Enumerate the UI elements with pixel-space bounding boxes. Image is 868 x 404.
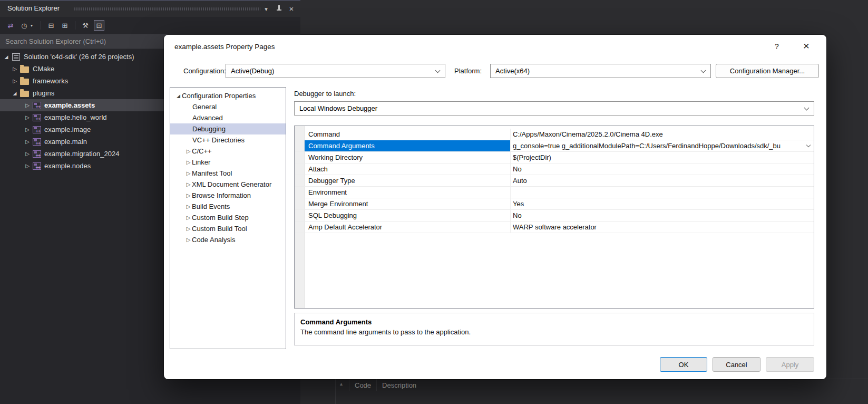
chevron-collapsed-icon[interactable] — [185, 226, 192, 232]
chevron-collapsed-icon[interactable] — [185, 148, 192, 154]
tree-item-xml-document-generator[interactable]: XML Document Generator — [170, 179, 286, 190]
value-dropdown-button[interactable] — [804, 141, 813, 151]
configuration-manager-button[interactable]: Configuration Manager... — [716, 64, 819, 78]
collapse-all-icon[interactable]: ⊟ — [46, 20, 56, 31]
property-name[interactable]: Command — [305, 129, 511, 140]
folder-icon — [20, 66, 29, 73]
tree-item-build-events[interactable]: Build Events — [170, 201, 286, 212]
tree-item-debugging[interactable]: Debugging — [170, 123, 286, 134]
configuration-dropdown[interactable]: Active(Debug) — [226, 64, 445, 78]
window-position-chevron-down-icon[interactable] — [261, 4, 271, 14]
column-header-description[interactable]: Description — [376, 379, 422, 391]
property-name[interactable]: Working Directory — [305, 152, 511, 163]
pin-icon[interactable] — [274, 4, 284, 14]
property-row-environment[interactable]: Environment — [295, 187, 814, 198]
property-name[interactable]: Debugger Type — [305, 175, 511, 186]
sync-with-active-document-icon[interactable]: ⇄ — [5, 20, 16, 31]
chevron-collapsed-icon[interactable] — [11, 78, 19, 84]
chevron-collapsed-icon[interactable] — [185, 215, 192, 220]
tree-item-label: General — [192, 103, 217, 111]
debugger-dropdown[interactable]: Local Windows Debugger — [294, 101, 814, 116]
property-value[interactable]: C:/Apps/Maxon/Cinema/2025.2.0/Cinema 4D.… — [511, 129, 814, 140]
property-row-merge-environment[interactable]: Merge Environment Yes — [295, 198, 814, 210]
cpp-project-icon — [33, 114, 41, 121]
property-name[interactable]: Environment — [305, 187, 511, 198]
property-value[interactable]: Auto — [511, 175, 814, 186]
property-value[interactable]: Yes — [511, 198, 814, 209]
preview-selected-items-icon[interactable]: ⊡ — [94, 20, 104, 31]
column-header-code[interactable]: Code — [349, 379, 376, 391]
chevron-collapsed-icon[interactable] — [23, 163, 32, 169]
property-name[interactable]: SQL Debugging — [305, 210, 511, 221]
cancel-button[interactable]: Cancel — [713, 357, 760, 372]
tree-item-linker[interactable]: Linker — [170, 157, 286, 168]
property-row-working-directory[interactable]: Working Directory $(ProjectDir) — [295, 152, 814, 163]
chevron-collapsed-icon[interactable] — [185, 204, 192, 209]
tree-item-browse-information[interactable]: Browse Information — [170, 190, 286, 201]
chevron-expanded-icon[interactable] — [175, 93, 182, 99]
tree-item-label: C/C++ — [192, 147, 212, 155]
tree-item-advanced[interactable]: Advanced — [170, 112, 286, 123]
tree-item-label: Code Analysis — [192, 236, 235, 244]
chevron-expanded-icon[interactable] — [11, 90, 19, 96]
property-value[interactable]: WARP software accelerator — [511, 222, 814, 233]
platform-dropdown[interactable]: Active(x64) — [490, 64, 711, 78]
property-row-debugger-type[interactable]: Debugger Type Auto — [295, 175, 814, 187]
property-name[interactable]: Attach — [305, 163, 511, 175]
ok-button[interactable]: OK — [660, 357, 707, 372]
chevron-collapsed-icon[interactable] — [185, 170, 192, 176]
property-name[interactable]: Amp Default Accelerator — [305, 222, 511, 233]
close-icon[interactable] — [287, 4, 296, 14]
solution-explorer-titlebar[interactable]: Solution Explorer — [0, 0, 300, 17]
property-row-command[interactable]: Command C:/Apps/Maxon/Cinema/2025.2.0/Ci… — [295, 129, 814, 140]
close-icon[interactable] — [799, 39, 814, 54]
chevron-collapsed-icon[interactable] — [185, 181, 192, 187]
chevron-collapsed-icon[interactable] — [23, 127, 32, 132]
property-value[interactable] — [511, 187, 814, 198]
property-row-sql-debugging[interactable]: SQL Debugging No — [295, 210, 814, 222]
chevron-collapsed-icon[interactable] — [23, 114, 32, 120]
cpp-project-icon — [33, 102, 41, 109]
property-value[interactable]: No — [511, 163, 814, 175]
apply-button[interactable]: Apply — [766, 357, 814, 372]
chevron-collapsed-icon[interactable] — [23, 151, 32, 157]
chevron-collapsed-icon[interactable] — [185, 193, 192, 198]
tree-item-vc-directories[interactable]: VC++ Directories — [170, 134, 286, 146]
show-all-files-icon[interactable]: ⊞ — [60, 20, 70, 31]
property-row-command-arguments[interactable]: Command Arguments g_console=true g_addit… — [295, 140, 814, 152]
tree-item-label: example.migration_2024 — [44, 150, 119, 158]
chevron-collapsed-icon[interactable] — [23, 102, 32, 108]
tree-item-label: example.main — [44, 138, 87, 146]
chevron-collapsed-icon[interactable] — [11, 66, 19, 72]
solution-icon — [12, 53, 20, 61]
property-value[interactable]: No — [511, 210, 814, 221]
tree-item-manifest-tool[interactable]: Manifest Tool — [170, 168, 286, 179]
chevron-collapsed-icon[interactable] — [185, 237, 192, 243]
tree-item-c-cpp[interactable]: C/C++ — [170, 146, 286, 157]
tree-item-custom-build-step[interactable]: Custom Build Step — [170, 212, 286, 223]
property-value[interactable]: $(ProjectDir) — [511, 152, 814, 163]
property-value[interactable]: g_console=true g_additionalModulePath=C:… — [511, 140, 814, 151]
help-icon[interactable]: ? — [772, 41, 782, 52]
tree-item-label: Manifest Tool — [192, 169, 232, 177]
tree-item-configuration-properties[interactable]: Configuration Properties — [170, 90, 286, 101]
tree-item-code-analysis[interactable]: Code Analysis — [170, 234, 286, 245]
property-name[interactable]: Command Arguments — [305, 140, 511, 151]
filter-dropdown-chevron-icon[interactable]: ▾ — [31, 23, 36, 28]
properties-wrench-icon[interactable]: ⚒ — [80, 20, 91, 31]
severity-column-icon[interactable] — [335, 379, 349, 404]
chevron-collapsed-icon[interactable] — [185, 159, 192, 165]
tree-item-custom-build-tool[interactable]: Custom Build Tool — [170, 223, 286, 234]
platform-value: Active(x64) — [495, 64, 530, 78]
tree-item-general[interactable]: General — [170, 101, 286, 112]
chevron-collapsed-icon[interactable] — [23, 139, 32, 145]
property-row-amp-default-accelerator[interactable]: Amp Default Accelerator WARP software ac… — [295, 222, 814, 233]
property-name[interactable]: Merge Environment — [305, 198, 511, 209]
drag-grip[interactable] — [74, 7, 260, 11]
pending-changes-filter-icon[interactable]: ◷ — [19, 20, 30, 31]
property-description-panel: Command Arguments The command line argum… — [294, 313, 814, 345]
property-row-attach[interactable]: Attach No — [295, 163, 814, 175]
property-pages-dialog: example.assets Property Pages ? Configur… — [164, 35, 826, 379]
tree-item-label: Browse Information — [192, 191, 251, 199]
chevron-expanded-icon[interactable] — [2, 54, 11, 60]
